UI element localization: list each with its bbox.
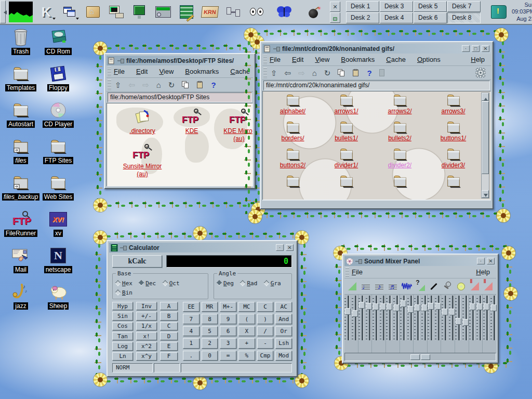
desktop-icon-netscape[interactable]: N netscape bbox=[39, 246, 77, 283]
location-input[interactable]: file:/mnt/cdrom/20k/nonanimated gifs/ bbox=[263, 81, 490, 90]
help-launcher[interactable]: ! bbox=[488, 2, 509, 22]
lock-button[interactable] bbox=[330, 12, 340, 23]
desktop-icon-files-backup[interactable]: files_backup bbox=[2, 174, 39, 210]
microphone-icon[interactable] bbox=[441, 279, 454, 294]
desktop-icon-mail[interactable]: Mail bbox=[2, 246, 39, 283]
pager-desk-2[interactable]: Desk 2 bbox=[346, 12, 379, 23]
desktop-icon-ftp-sites[interactable]: FTP Sites bbox=[39, 137, 77, 174]
calc-btn[interactable]: x! bbox=[136, 332, 157, 340]
file-item-kde-mirror[interactable]: FTP @ KDE Mirror (au) bbox=[220, 109, 253, 143]
desktop-icon-filerunner[interactable]: FTP FileRunner bbox=[2, 210, 39, 246]
menu-file[interactable]: File bbox=[352, 268, 363, 276]
file-item-kde[interactable]: FTP @ KDE bbox=[174, 109, 210, 135]
volume-slider-right[interactable] bbox=[380, 296, 385, 340]
calc-btn[interactable]: C bbox=[160, 322, 178, 330]
volume-slider-right[interactable] bbox=[462, 296, 468, 340]
panel-clock[interactable]: Sun 09:03PM Aug 23 bbox=[512, 2, 532, 22]
folder-item[interactable]: buttons2/ bbox=[266, 148, 320, 175]
desktop-icon-files[interactable]: files bbox=[2, 137, 39, 174]
menu-bookmarks[interactable]: Bookmarks bbox=[341, 56, 375, 63]
calc-btn[interactable]: AC bbox=[275, 302, 292, 312]
menu-bookmarks[interactable]: Bookmarks bbox=[185, 68, 219, 75]
volume-slider-left[interactable] bbox=[400, 296, 406, 340]
volume-slider-right[interactable] bbox=[393, 296, 399, 340]
folder-item-visited[interactable]: divider2/ bbox=[373, 148, 427, 175]
desktop-icon-templates[interactable]: Templates bbox=[2, 64, 39, 101]
calc-btn[interactable]: 0 bbox=[202, 351, 218, 361]
krn-news-launcher[interactable]: KRN bbox=[200, 2, 220, 22]
calc-btn[interactable]: ( bbox=[238, 314, 255, 324]
calc-btn[interactable]: A bbox=[160, 302, 178, 310]
desktop-icon-xv[interactable]: XV! xv bbox=[39, 210, 77, 246]
menu-edit[interactable]: Edit bbox=[292, 56, 303, 63]
volume-slider-left[interactable] bbox=[455, 296, 461, 340]
volume-slider-left[interactable] bbox=[483, 296, 489, 340]
home-icon[interactable]: ⌂ bbox=[156, 81, 161, 89]
up-icon[interactable]: ⇧ bbox=[115, 81, 122, 89]
scrollbar-thumb[interactable] bbox=[482, 101, 489, 174]
calc-btn[interactable]: E bbox=[160, 342, 178, 350]
calc-btn[interactable]: D bbox=[160, 332, 178, 340]
calc-btn[interactable]: % bbox=[238, 351, 255, 361]
calc-btn[interactable]: Cmp bbox=[257, 351, 274, 361]
circuit-monitor-launcher[interactable] bbox=[129, 2, 150, 22]
volume-slider-right[interactable] bbox=[407, 296, 413, 340]
folder-item[interactable]: bullets2/ bbox=[373, 121, 427, 148]
volume-slider-left[interactable] bbox=[469, 296, 475, 340]
calc-btn[interactable]: 3 bbox=[220, 338, 236, 348]
pen-icon[interactable] bbox=[428, 279, 441, 294]
folder-item-partial[interactable] bbox=[427, 175, 480, 200]
menubar-grip[interactable] bbox=[345, 268, 349, 276]
radio-deg[interactable]: Deg bbox=[217, 280, 234, 287]
pager-desk-4[interactable]: Desk 4 bbox=[380, 12, 413, 23]
menu-view[interactable]: View bbox=[315, 56, 329, 63]
calc-btn[interactable]: 1/x bbox=[136, 322, 157, 330]
volume-slider-left[interactable] bbox=[414, 296, 420, 340]
toolbar-grip[interactable] bbox=[108, 79, 111, 90]
help-icon[interactable]: ? bbox=[211, 81, 216, 89]
calc-btn[interactable]: Ln bbox=[112, 352, 133, 361]
cd-channel-icon[interactable] bbox=[455, 279, 468, 294]
volume-slider-right[interactable] bbox=[490, 296, 496, 340]
stop-icon[interactable] bbox=[379, 69, 384, 76]
radio-rad[interactable]: Rad bbox=[241, 280, 257, 287]
scroll-up-arrow[interactable] bbox=[482, 93, 489, 101]
calc-btn[interactable]: 8 bbox=[202, 314, 218, 324]
menubar-grip[interactable] bbox=[108, 67, 111, 76]
calc-btn[interactable]: 6 bbox=[220, 326, 236, 336]
calc-btn[interactable]: + bbox=[238, 338, 255, 348]
folder-item-partial[interactable] bbox=[320, 175, 373, 200]
volume-slider-left[interactable] bbox=[373, 296, 378, 340]
calc-btn[interactable]: Mod bbox=[275, 351, 292, 361]
folder-item-partial[interactable] bbox=[373, 175, 427, 200]
calc-btn[interactable]: Cos bbox=[112, 322, 133, 330]
folder-item[interactable]: bullets1/ bbox=[320, 121, 373, 148]
menu-file[interactable]: File bbox=[270, 56, 281, 63]
file-item-sunsite-mirror[interactable]: FTP @ Sunsite Mirror (au) bbox=[123, 144, 162, 178]
mixer-scroll-left-button[interactable] bbox=[410, 354, 420, 360]
calc-btn[interactable]: . bbox=[183, 351, 200, 361]
eyes-launcher[interactable] bbox=[246, 2, 267, 22]
minimize-button[interactable]: · bbox=[477, 258, 485, 264]
menu-file[interactable]: File bbox=[114, 68, 125, 75]
toolbar-grip[interactable] bbox=[263, 68, 267, 78]
calc-btn[interactable]: EE bbox=[183, 302, 200, 312]
sticky-pin-icon[interactable] bbox=[117, 58, 124, 63]
calc-btn[interactable]: = bbox=[220, 351, 236, 361]
mixer-titlebar[interactable]: Sound Mixer Panel · ✕ bbox=[344, 256, 496, 266]
volume-slider-left[interactable] bbox=[442, 296, 447, 340]
pager-desk-7[interactable]: Desk 7 bbox=[447, 1, 481, 12]
calc-btn[interactable]: / bbox=[257, 326, 274, 336]
calc-btn[interactable]: 1 bbox=[183, 338, 200, 348]
calc-btn[interactable]: x^y bbox=[136, 352, 157, 361]
pager-desk-5[interactable]: Desk 5 bbox=[414, 1, 447, 12]
volume-slider-left[interactable] bbox=[386, 296, 392, 340]
radio-hex[interactable]: Hex bbox=[116, 280, 132, 287]
calc-btn[interactable]: ) bbox=[257, 314, 274, 324]
volume-slider-left[interactable] bbox=[428, 296, 433, 340]
kde-gear-icon[interactable] bbox=[475, 68, 486, 78]
calc-btn[interactable]: C bbox=[257, 302, 274, 312]
maximize-button[interactable]: □ bbox=[472, 45, 480, 52]
calc-btn[interactable]: 2 bbox=[202, 338, 218, 348]
paste-icon[interactable] bbox=[352, 69, 360, 76]
